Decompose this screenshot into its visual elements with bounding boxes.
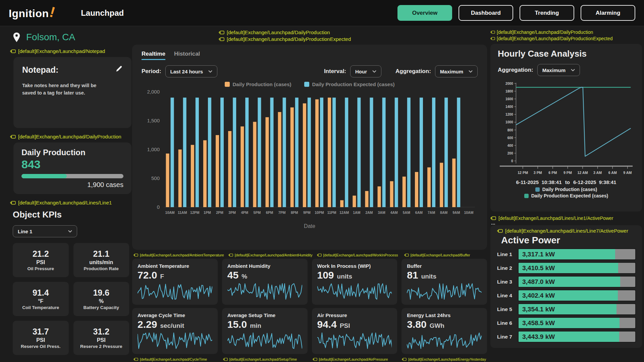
notepad-title: Notepad: (22, 65, 58, 75)
tag-path-text: [default]Exchange/Launchpad/Buffer (411, 253, 470, 257)
active-power-row: Line 73,443.9 kW (497, 331, 635, 342)
tag-path: [default]Exchange/Launchpad/DailyProduct… (219, 29, 487, 35)
tab-realtime[interactable]: Realtime (142, 51, 165, 60)
kpi-tile: 21.2PSIOil Pressure (13, 243, 69, 277)
hourly-legend: Daily Production (cases)Daily Production… (498, 187, 635, 198)
top-bar: Ignition ! Launchpad OverviewDashboardTr… (0, 0, 644, 26)
nav-button-dashboard[interactable]: Dashboard (459, 5, 513, 21)
metric-title: Buffer (407, 263, 482, 269)
tag-icon (133, 253, 138, 257)
tag-icon (497, 229, 503, 233)
svg-text:1AM: 1AM (353, 210, 360, 215)
kpi-value: 91.4 (33, 288, 49, 298)
svg-text:5PM: 5PM (254, 210, 261, 215)
line-selector-dropdown[interactable]: Line 1 (13, 225, 77, 237)
tag-path: [default]Exchange/Launchpad/CycleTime (133, 357, 219, 361)
active-power-line-label: Line 4 (497, 293, 519, 299)
kpi-unit: % (99, 298, 104, 304)
metric-tag-row: [default]Exchange/Launchpad/CycleTime[de… (133, 357, 487, 361)
svg-text:5AM: 5AM (403, 210, 410, 215)
nav-button-overview[interactable]: Overview (397, 5, 452, 21)
chevron-down-icon (372, 70, 376, 73)
tag-path: [default]Exchange/Launchpad/AmbientTempe… (133, 253, 224, 257)
tag-path-text: [default]Exchange/Launchpad/DailyProduct… (497, 36, 613, 41)
svg-text:9PM: 9PM (303, 210, 311, 215)
svg-text:200: 200 (507, 152, 513, 155)
chart-controls: Period: Last 24 hours Interval: Hour Agg… (142, 65, 478, 77)
legend-label: Daily Production (cases) (233, 81, 291, 87)
kpi-grid: 21.2PSIOil Pressure21.1units/minProducti… (13, 243, 129, 355)
hourly-legend-item: Daily Production Expected (cases) (524, 193, 608, 198)
notepad-card: Notepad: Take notes here and they will b… (13, 57, 131, 128)
tag-icon (219, 37, 224, 41)
tab-historical[interactable]: Historical (174, 51, 200, 60)
nav-button-alarming[interactable]: Alarming (581, 5, 635, 21)
chevron-down-icon (68, 230, 72, 233)
svg-text:2000: 2000 (505, 82, 513, 85)
chevron-down-icon (208, 70, 212, 73)
period-dropdown[interactable]: Last 24 hours (165, 65, 218, 77)
metric-value: 109 (317, 269, 334, 281)
tag-icon (10, 201, 16, 205)
svg-text:800: 800 (507, 128, 513, 132)
sparkline-chart (317, 282, 392, 301)
daily-production-bar-chart: 05001,0001,5002,00010AM11AM12PM1PM2PM3PM… (142, 87, 477, 222)
tag-path: [default]Exchange/Launchpad/AmbientHumid… (228, 253, 313, 257)
aggregation-dropdown[interactable]: Maximum (435, 65, 478, 77)
active-power-row: Line 33,487.0 kW (497, 277, 635, 287)
metric-value-row: 81units (407, 269, 482, 281)
tag-path: [default]Exchange/Launchpad/DailyProduct… (490, 36, 642, 41)
metric-card: Average Cycle Time2.29sec/unit (132, 308, 218, 354)
hourly-tag-paths: [default]Exchange/Launchpad/DailyProduct… (490, 29, 642, 41)
legend-label: Daily Production Expected (cases) (312, 81, 395, 87)
svg-text:2,000: 2,000 (147, 89, 160, 95)
aggregation-value: Maximum (440, 69, 463, 74)
bar-chart-legend: Daily Production (cases)Daily Production… (142, 81, 478, 87)
hourly-aggregation-value: Maximum (542, 67, 566, 73)
daily-production-max: 1,900 cases (21, 181, 123, 189)
svg-text:6 PM: 6 PM (548, 171, 557, 175)
edit-pencil-icon[interactable] (115, 65, 123, 72)
metric-value: 81 (407, 269, 418, 281)
svg-text:3 AM: 3 AM (593, 171, 602, 175)
metric-tag-row: [default]Exchange/Launchpad/AmbientTempe… (133, 253, 487, 257)
kpi-label: Reserve 2 Pressure (80, 344, 122, 349)
hourly-title: Hourly Case Analysis (498, 49, 635, 59)
kpi-unit: PSI (36, 337, 45, 343)
nav-button-trending[interactable]: Trending (520, 5, 574, 21)
tag-icon (317, 253, 322, 257)
svg-text:11AM: 11AM (178, 210, 187, 215)
tag-path-line1-activepower: [default]Exchange/Launchpad/Lines/Line1/… (490, 216, 642, 221)
active-power-bar: 3,443.9 kW (519, 331, 635, 342)
hourly-aggregation-dropdown[interactable]: Maximum (537, 64, 580, 76)
active-power-bar-fill: 3,458.5 kW (519, 318, 620, 328)
kpi-value: 31.7 (33, 327, 49, 337)
tag-icon (313, 358, 317, 361)
active-power-line-label: Line 2 (497, 265, 519, 271)
active-power-bar: 3,354.1 kW (519, 304, 635, 314)
svg-text:12 AM: 12 AM (578, 171, 588, 175)
logo-text: Ignition (9, 7, 49, 20)
tag-icon (223, 358, 228, 361)
metric-card: Air Pressure94.4PSI (312, 308, 397, 354)
hourly-aggregation-row: Aggregation: Maximum (498, 64, 635, 76)
hourly-line-chart: 020040060080010001200140016001800200012 … (498, 78, 635, 178)
svg-text:11PM: 11PM (327, 210, 336, 215)
metric-value: 72.0 (138, 269, 157, 281)
notepad-body-text[interactable]: Take notes here and they will be saved t… (22, 82, 106, 97)
kpi-unit: units/min (89, 259, 113, 265)
tag-path-text: [default]Exchange/Launchpad/Lines/Line1/… (498, 216, 613, 221)
svg-text:1200: 1200 (505, 113, 513, 116)
interval-dropdown[interactable]: Hour (350, 65, 381, 77)
metric-title: Average Cycle Time (138, 312, 212, 318)
tag-icon (402, 358, 407, 361)
tag-path: [default]Exchange/Launchpad/DailyProduct… (219, 36, 487, 42)
kpi-label: Coil Temperature (22, 305, 59, 310)
metric-title: Ambient Humidity (227, 263, 302, 269)
kpi-unit: °F (38, 298, 43, 304)
production-chart-card: RealtimeHistorical Period: Last 24 hours… (132, 45, 487, 250)
metric-title: Work In Process (WIP) (317, 263, 392, 269)
active-power-tag-paths: [default]Exchange/Launchpad/Lines/Line1/… (490, 216, 642, 225)
metric-title: Energy Last 24hrs (407, 312, 482, 318)
line-selector-value: Line 1 (18, 229, 32, 234)
